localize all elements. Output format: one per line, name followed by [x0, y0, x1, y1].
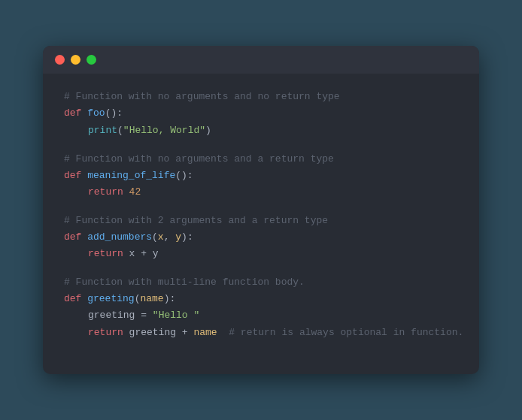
comment-line: # Function with 2 arguments and a return… — [64, 213, 458, 229]
code-block-3: # Function with 2 arguments and a return… — [64, 213, 458, 262]
titlebar — [43, 46, 479, 74]
body-line: return 42 — [64, 184, 458, 201]
body-line: return x + y — [64, 246, 458, 262]
code-block-4: # Function with multi-line function body… — [64, 274, 458, 340]
def-line: def meaning_of_life(): — [64, 168, 458, 184]
maximize-button[interactable] — [86, 55, 96, 65]
def-line: def add_numbers(x, y): — [64, 229, 458, 246]
close-button[interactable] — [55, 55, 65, 65]
def-line: def foo(): — [64, 105, 458, 122]
code-block-1: # Function with no arguments and no retu… — [64, 89, 458, 138]
comment-line: # Function with no arguments and no retu… — [64, 89, 458, 105]
body-line-2: return greeting + name # return is alway… — [64, 325, 458, 341]
comment-line: # Function with multi-line function body… — [64, 274, 458, 291]
body-line: print("Hello, World") — [64, 122, 458, 139]
def-line: def greeting(name): — [64, 291, 458, 307]
minimize-button[interactable] — [71, 55, 80, 65]
code-window: # Function with no arguments and no retu… — [43, 46, 479, 373]
code-editor: # Function with no arguments and no retu… — [43, 74, 479, 373]
comment-line: # Function with no arguments and a retur… — [64, 151, 458, 168]
body-line-1: greeting = "Hello " — [64, 307, 458, 324]
code-block-2: # Function with no arguments and a retur… — [64, 151, 458, 201]
